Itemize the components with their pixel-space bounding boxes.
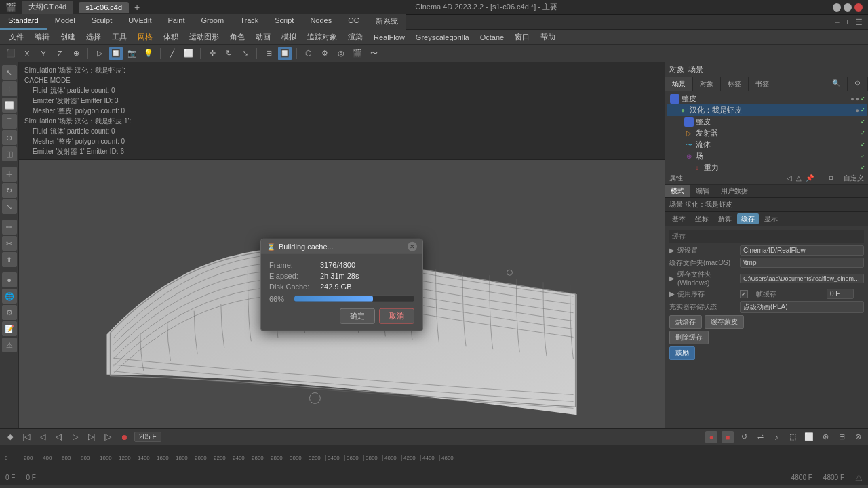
tb-x-axis[interactable]: X <box>20 47 34 60</box>
props-nav-left[interactable]: ◁ <box>787 174 792 182</box>
tree-item-4[interactable]: 〜 流体 ✓ <box>683 139 867 150</box>
right-search-btn[interactable]: 🔍 <box>825 77 848 91</box>
sidebar-group[interactable]: ◫ <box>2 146 17 161</box>
new-tab-btn[interactable]: + <box>134 2 140 13</box>
props-sub-tab-cache[interactable]: 缓存 <box>737 214 759 224</box>
nav-tab-script[interactable]: Script <box>267 14 302 30</box>
nav-tab-paint[interactable]: Paint <box>159 14 193 30</box>
menu-window[interactable]: 窗口 <box>510 30 534 43</box>
tree-ctrl-check[interactable]: ✓ <box>861 96 865 102</box>
nav-icon-menu[interactable]: ☰ <box>855 18 863 27</box>
sidebar-paint[interactable]: ✏ <box>2 220 17 235</box>
frame-seq-value[interactable]: 0 F <box>827 289 854 299</box>
tl-bounce[interactable]: ⇌ <box>754 431 766 443</box>
props-tab-edit[interactable]: 编辑 <box>690 185 715 197</box>
tree-item-6[interactable]: ↓ 重力 ✓ <box>691 162 867 171</box>
sidebar-pointer[interactable]: ↖ <box>2 65 17 80</box>
sidebar-script2[interactable]: 📝 <box>2 321 17 336</box>
tb-play[interactable]: ▷ <box>93 47 106 60</box>
menu-character[interactable]: 角色 <box>225 30 250 43</box>
menu-mograph[interactable]: 运动图形 <box>184 30 224 43</box>
props-tab-userdata[interactable]: 用户数据 <box>715 185 754 197</box>
tb-rotate[interactable]: ↻ <box>222 47 235 60</box>
menu-realflow[interactable]: RealFlow <box>369 32 410 43</box>
props-nav-up[interactable]: △ <box>796 174 802 182</box>
tb-camera[interactable]: 📷 <box>125 47 139 60</box>
close-btn[interactable] <box>854 3 863 12</box>
nav-icon-plus[interactable]: + <box>845 18 850 27</box>
tb-poly[interactable]: ⬡ <box>302 47 315 60</box>
tree-ctrl-3[interactable]: ✓ <box>861 130 865 136</box>
dialog-close-btn[interactable]: ✕ <box>408 242 417 251</box>
tb-anim[interactable]: 🎬 <box>351 47 364 60</box>
menu-tools[interactable]: 工具 <box>107 30 132 43</box>
props-sub-tab-coord[interactable]: 坐标 <box>691 214 713 224</box>
tree-ctrl-4[interactable]: ✓ <box>861 142 865 148</box>
dialog-cancel-button[interactable]: 取消 <box>379 308 414 324</box>
tl-rec[interactable]: ⏺ <box>118 431 130 443</box>
sidebar-move2[interactable]: ⊹ <box>2 81 17 96</box>
tb-grid[interactable]: ⊞ <box>262 47 275 60</box>
win-path-value[interactable]: C:\Users\aaa\Documents\realflow_cinema4d… <box>740 274 864 283</box>
nav-icon-minus[interactable]: − <box>835 18 840 27</box>
dialog-ok-button[interactable]: 确定 <box>340 308 375 324</box>
tl-play-back[interactable]: ◁| <box>53 431 65 443</box>
tree-ctrl-6[interactable]: ✓ <box>861 165 865 171</box>
props-nav-settings[interactable]: ⚙ <box>828 174 834 182</box>
tb-y-axis[interactable]: Y <box>37 47 50 60</box>
nav-tab-groom[interactable]: Groom <box>193 14 233 30</box>
tb-light[interactable]: 💡 <box>142 47 155 60</box>
cache-settings-value[interactable]: Cinema4D/RealFlow <box>740 245 864 256</box>
tree-ctrl-lock[interactable]: ● <box>856 96 859 102</box>
tb-settings[interactable]: ⚙ <box>318 47 332 60</box>
tl-mode4[interactable]: ⊞ <box>835 431 848 443</box>
tb-world[interactable]: ⊕ <box>69 47 83 60</box>
tl-mode5[interactable]: ⊗ <box>852 431 864 443</box>
menu-tracking[interactable]: 追踪对象 <box>302 30 342 43</box>
tree-item-2[interactable]: 整皮 ✓ <box>683 116 867 127</box>
tree-item-0[interactable]: 整皮 ● ● ✓ <box>667 93 867 104</box>
tb-box-sel[interactable]: ⬜ <box>182 47 195 60</box>
tl-step-back[interactable]: ◁ <box>37 431 49 443</box>
tab-c4d-1[interactable]: 大纲CT.c4d <box>22 1 73 14</box>
nav-tab-sculpt[interactable]: Sculpt <box>83 14 121 30</box>
tree-item-1[interactable]: ● 汉化：我是虾皮 ● ✓ <box>667 104 867 116</box>
tl-rec2[interactable]: ● <box>705 431 717 443</box>
tree-ctrl-5[interactable]: ✓ <box>861 153 865 159</box>
props-tab-mode[interactable]: 模式 <box>665 185 690 197</box>
menu-edit[interactable]: 编辑 <box>30 30 54 43</box>
building-cache-dialog[interactable]: ⏳ Building cache... ✕ Frame: 3176/4800 E… <box>260 239 423 331</box>
tb-snap[interactable]: 🔲 <box>278 47 292 60</box>
tree-ctrl-vis[interactable]: ● <box>850 96 854 102</box>
viewport[interactable]: ⏳ Building cache... ✕ Frame: 3176/4800 E… <box>19 160 665 428</box>
tb-render2[interactable]: ◎ <box>334 47 348 60</box>
sidebar-warning[interactable]: ⚠ <box>2 338 17 352</box>
tl-audio[interactable]: ♪ <box>770 431 783 443</box>
tree-ctrl-1-1[interactable]: ● <box>856 107 859 114</box>
menu-gsg[interactable]: Greyscalegorilla <box>411 32 474 43</box>
right-settings-btn[interactable]: ⚙ <box>848 77 868 91</box>
nav-tab-model[interactable]: Model <box>47 14 83 30</box>
timeline-bar[interactable]: 0 200 400 600 800 1000 1200 1400 1600 18… <box>0 445 868 470</box>
tb-move[interactable]: ✛ <box>205 47 219 60</box>
tb-curve[interactable]: 〜 <box>367 47 380 60</box>
menu-animation[interactable]: 动画 <box>251 30 275 43</box>
tb-line[interactable]: ╱ <box>165 47 179 60</box>
right-tab-tag[interactable]: 标签 <box>721 77 749 91</box>
sidebar-rotate2[interactable]: ↻ <box>2 183 17 198</box>
props-sub-tab-solve[interactable]: 解算 <box>714 214 736 224</box>
tree-item-3[interactable]: ▷ 发射器 ✓ <box>683 127 867 139</box>
menu-file[interactable]: 文件 <box>4 30 28 43</box>
sidebar-lasso[interactable]: ⌒ <box>2 114 17 129</box>
macos-path-value[interactable]: \tmp <box>740 258 864 268</box>
nav-tab-new[interactable]: 新系统 <box>368 14 406 30</box>
sidebar-live[interactable]: ⊕ <box>2 130 17 145</box>
sidebar-select[interactable]: ⬜ <box>2 98 17 113</box>
sidebar-extrude[interactable]: ⬆ <box>2 252 17 267</box>
sidebar-sphere[interactable]: ● <box>2 272 17 287</box>
tb-object-mode[interactable]: ⬛ <box>4 47 18 60</box>
tl-skip-fwd[interactable]: |▷ <box>102 431 114 443</box>
sidebar-global[interactable]: 🌐 <box>2 289 17 304</box>
right-tab-object[interactable]: 对象 <box>693 77 721 91</box>
sidebar-knife[interactable]: ✂ <box>2 236 17 251</box>
